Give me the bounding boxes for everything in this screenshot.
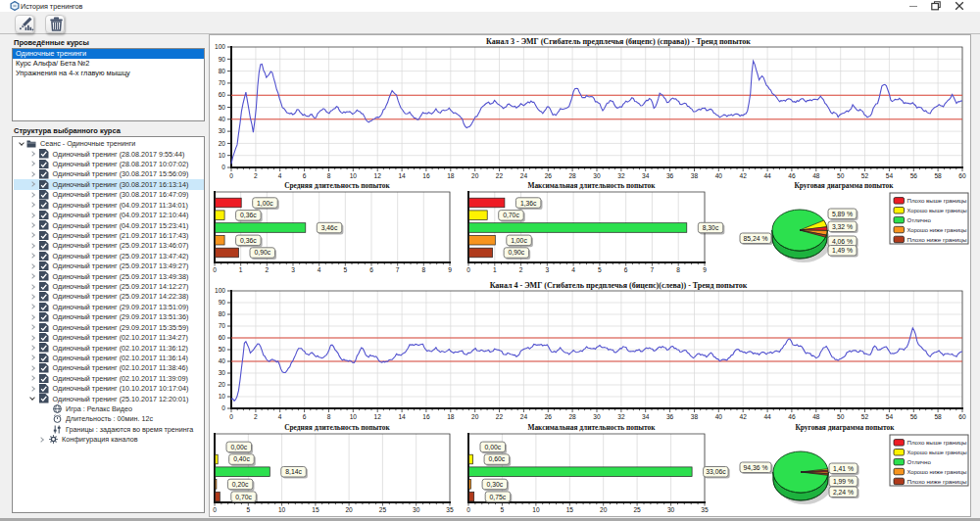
svg-text:1: 1	[493, 266, 497, 273]
svg-text:4: 4	[278, 172, 282, 179]
svg-text:40: 40	[219, 116, 226, 122]
svg-text:2: 2	[519, 266, 523, 273]
svg-text:2: 2	[254, 172, 258, 179]
svg-text:12: 12	[374, 413, 382, 420]
svg-text:0: 0	[229, 172, 233, 179]
svg-text:22: 22	[496, 172, 504, 179]
svg-text:9: 9	[703, 266, 707, 273]
svg-text:16: 16	[422, 413, 430, 420]
svg-text:58: 58	[934, 172, 942, 179]
svg-text:56: 56	[910, 172, 918, 179]
svg-text:2,24 %: 2,24 %	[833, 489, 854, 496]
svg-text:18: 18	[447, 413, 455, 420]
svg-text:18: 18	[447, 172, 455, 179]
svg-text:5,89 %: 5,89 %	[832, 211, 853, 217]
svg-text:Хорошо ниже границы: Хорошо ниже границы	[907, 468, 967, 475]
svg-text:Плохо выше границы: Плохо выше границы	[907, 439, 967, 446]
svg-text:Плохо ниже границы: Плохо ниже границы	[907, 478, 967, 485]
svg-text:10: 10	[219, 393, 226, 400]
svg-text:0,40с: 0,40с	[233, 455, 250, 462]
svg-text:33,06с: 33,06с	[706, 468, 726, 475]
svg-text:54: 54	[886, 172, 894, 179]
svg-text:2: 2	[254, 413, 258, 420]
svg-text:12: 12	[374, 172, 382, 179]
svg-text:5: 5	[598, 266, 602, 273]
svg-text:50: 50	[219, 346, 226, 353]
svg-text:5: 5	[501, 506, 505, 513]
svg-text:3,46с: 3,46с	[321, 224, 338, 231]
svg-text:100: 100	[215, 43, 225, 50]
svg-text:60: 60	[958, 413, 966, 420]
svg-text:40: 40	[219, 357, 226, 364]
svg-text:15: 15	[312, 506, 319, 513]
svg-text:9: 9	[448, 266, 452, 273]
svg-text:48: 48	[812, 413, 820, 420]
svg-text:0: 0	[466, 266, 470, 273]
svg-text:30: 30	[593, 172, 601, 179]
svg-text:100: 100	[215, 287, 225, 294]
svg-text:Средняя длительность попыток: Средняя длительность попыток	[284, 181, 390, 190]
svg-text:20: 20	[471, 172, 479, 179]
svg-text:0,36с: 0,36с	[240, 237, 257, 244]
svg-text:8: 8	[676, 266, 680, 273]
svg-text:5: 5	[246, 506, 250, 513]
svg-text:42: 42	[740, 413, 748, 420]
svg-text:0,70с: 0,70с	[235, 494, 252, 500]
svg-text:8: 8	[327, 413, 331, 420]
svg-text:46: 46	[788, 172, 796, 179]
svg-text:50: 50	[837, 172, 845, 179]
svg-text:5: 5	[343, 266, 347, 273]
svg-text:3,32 %: 3,32 %	[832, 223, 853, 230]
svg-text:14: 14	[398, 413, 406, 420]
svg-text:6: 6	[369, 266, 373, 273]
svg-text:14: 14	[398, 172, 406, 179]
svg-text:1,36с: 1,36с	[520, 200, 537, 207]
svg-text:50: 50	[837, 413, 845, 420]
svg-text:36: 36	[666, 413, 674, 420]
svg-text:85,24 %: 85,24 %	[744, 235, 768, 242]
svg-text:8,14с: 8,14с	[285, 468, 302, 475]
svg-text:8: 8	[327, 172, 331, 179]
svg-text:Круговая диаграмма попыток: Круговая диаграмма попыток	[795, 423, 895, 432]
svg-text:0: 0	[221, 404, 225, 411]
svg-text:46: 46	[788, 413, 796, 420]
svg-text:10: 10	[278, 506, 286, 513]
svg-text:Круговая диаграмма попыток: Круговая диаграмма попыток	[794, 181, 894, 190]
svg-text:0,90с: 0,90с	[254, 249, 270, 256]
svg-text:20: 20	[600, 506, 608, 513]
svg-text:70: 70	[219, 322, 226, 329]
svg-text:56: 56	[910, 413, 918, 420]
svg-text:1,41 %: 1,41 %	[833, 465, 854, 472]
svg-text:34: 34	[642, 413, 650, 420]
svg-text:Отлично: Отлично	[907, 458, 932, 465]
svg-text:6: 6	[303, 172, 307, 179]
svg-text:44: 44	[763, 172, 771, 179]
svg-text:20: 20	[219, 381, 226, 388]
svg-text:Средняя длительность попыток: Средняя длительность попыток	[284, 423, 390, 432]
svg-text:6: 6	[624, 266, 628, 273]
svg-text:1: 1	[239, 266, 243, 273]
svg-text:0: 0	[213, 266, 217, 273]
svg-text:34: 34	[642, 172, 650, 179]
svg-text:80: 80	[219, 310, 226, 317]
svg-text:0: 0	[213, 506, 217, 513]
svg-text:Хорошо выше границы: Хорошо выше границы	[907, 207, 967, 213]
svg-text:25: 25	[379, 506, 387, 513]
svg-text:26: 26	[545, 172, 553, 179]
svg-text:10: 10	[219, 152, 226, 159]
svg-text:Плохо ниже границы: Плохо ниже границы	[907, 236, 967, 243]
svg-text:0: 0	[221, 164, 225, 170]
svg-text:0,00с: 0,00с	[484, 444, 501, 450]
svg-text:80: 80	[219, 68, 226, 74]
svg-text:24: 24	[520, 413, 528, 420]
svg-text:0,36с: 0,36с	[240, 212, 257, 218]
svg-text:1,49 %: 1,49 %	[832, 247, 853, 254]
svg-text:24: 24	[520, 172, 528, 179]
svg-text:20: 20	[345, 506, 353, 513]
svg-text:30: 30	[219, 127, 226, 134]
svg-text:7: 7	[651, 266, 655, 273]
svg-text:48: 48	[812, 172, 820, 179]
svg-text:50: 50	[219, 104, 226, 111]
svg-text:58: 58	[934, 413, 942, 420]
svg-text:Хорошо ниже границы: Хорошо ниже границы	[907, 226, 967, 233]
